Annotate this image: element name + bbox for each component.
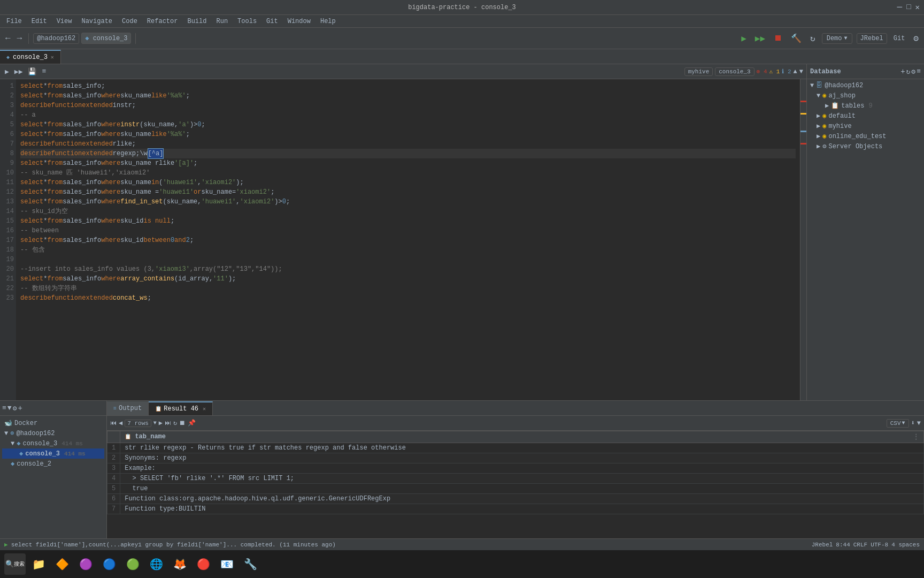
taskbar-app3[interactable]: 🔵 bbox=[98, 553, 120, 575]
db-add-btn[interactable]: + bbox=[900, 67, 905, 76]
result-tab-result46[interactable]: 📋 Result 46 ✕ bbox=[149, 401, 213, 415]
tree-hadoop162[interactable]: ▼ ⊛ @hadoop162 bbox=[2, 428, 104, 438]
error-count: ⊗ 4 bbox=[757, 68, 767, 75]
maximize-button[interactable]: □ bbox=[906, 3, 911, 12]
db-online-edu[interactable]: ▶ ◉ online_edu_test bbox=[808, 131, 923, 141]
menu-window[interactable]: Window bbox=[283, 17, 315, 26]
toolbar-jrebel[interactable]: JRebel bbox=[857, 33, 887, 44]
editor-run-all-btn[interactable]: ▶▶ bbox=[13, 67, 25, 77]
code-content[interactable]: select * from sales_info; select * from … bbox=[16, 79, 800, 400]
tree-settings-btn[interactable]: ⚙ bbox=[13, 404, 17, 413]
db-server-objects[interactable]: ▶ ⚙ Server Objects bbox=[808, 141, 923, 151]
minimize-button[interactable]: ─ bbox=[897, 3, 903, 12]
taskbar-app5[interactable]: 🌐 bbox=[145, 553, 167, 575]
scroll-up-btn[interactable]: ▲ bbox=[794, 68, 797, 75]
file-tab[interactable]: ◆ console_3 bbox=[81, 33, 131, 44]
db-layout-btn[interactable]: ≡ bbox=[917, 67, 921, 76]
db-connection[interactable]: ▼ 🗄 @hadoop162 bbox=[808, 80, 923, 90]
result-download-btn[interactable]: ⬇ bbox=[911, 419, 915, 427]
demo-dropdown[interactable]: Demo ▼ bbox=[822, 33, 852, 44]
menu-edit[interactable]: Edit bbox=[27, 17, 51, 26]
status-indent[interactable]: 4 spaces bbox=[891, 542, 920, 548]
menu-file[interactable]: File bbox=[2, 17, 26, 26]
db-myhive[interactable]: ▶ ◉ myhive bbox=[808, 121, 923, 131]
db-ajshop[interactable]: ▼ ◉ aj_shop bbox=[808, 90, 923, 101]
result46-tab-close[interactable]: ✕ bbox=[203, 406, 206, 412]
menu-navigate[interactable]: Navigate bbox=[77, 17, 117, 26]
status-run-icon: ▶ bbox=[4, 541, 8, 548]
menu-run[interactable]: Run bbox=[212, 17, 232, 26]
result-last-btn[interactable]: ⏭ bbox=[165, 419, 171, 427]
result-first-btn[interactable]: ⏮ bbox=[110, 419, 117, 427]
table-row: 1 str rlike regexp - Returns true if str… bbox=[107, 443, 924, 453]
tree-console2[interactable]: ◆ console_2 bbox=[2, 459, 104, 469]
tree-add-btn[interactable]: + bbox=[18, 404, 22, 413]
tree-filter-btn[interactable]: ▼ bbox=[7, 404, 12, 412]
editor-run-btn[interactable]: ▶ bbox=[3, 67, 11, 77]
result-refresh-btn[interactable]: ↻ bbox=[173, 419, 177, 427]
toolbar-debug-icon[interactable]: ▶▶ bbox=[753, 32, 767, 45]
toolbar-run-icon[interactable]: ▶ bbox=[739, 32, 749, 45]
forward-button[interactable]: → bbox=[15, 33, 25, 44]
taskbar-app4[interactable]: 🟢 bbox=[122, 553, 143, 575]
taskbar-app2[interactable]: 🟣 bbox=[75, 553, 96, 575]
tree-panel: ≡ ▼ ⚙ + 🐋 Docker ▼ ⊛ @hadoop162 ▼ ◆ cons… bbox=[0, 401, 107, 550]
result-pin-btn[interactable]: 📌 bbox=[188, 419, 196, 427]
scroll-down-btn[interactable]: ▼ bbox=[799, 68, 803, 75]
result-filter-btn[interactable]: ▼ bbox=[917, 420, 921, 427]
menu-help[interactable]: Help bbox=[316, 17, 340, 26]
status-crlf[interactable]: CRLF bbox=[853, 542, 867, 548]
result-stop-btn[interactable]: ⏹ bbox=[179, 419, 186, 427]
taskbar-app1[interactable]: 🔶 bbox=[51, 553, 73, 575]
code-line-5: select * from sales_info where instr(sku… bbox=[20, 120, 796, 130]
taskbar-app7[interactable]: 🔴 bbox=[192, 553, 214, 575]
project-selector[interactable]: @hadoop162 bbox=[33, 33, 79, 44]
menu-build[interactable]: Build bbox=[183, 17, 211, 26]
code-line-21: select * from sales_info where array_con… bbox=[20, 274, 796, 284]
close-button[interactable]: ✕ bbox=[915, 3, 920, 12]
code-line-17: select * from sales_info where sku_id be… bbox=[20, 235, 796, 245]
output-tab-label: Output bbox=[119, 405, 142, 412]
row-data-7: Function type:BUILTIN bbox=[120, 504, 924, 514]
tree-console3-parent[interactable]: ▼ ◆ console_3 414 ms bbox=[2, 438, 104, 448]
status-encoding[interactable]: UTF-8 bbox=[871, 542, 888, 548]
back-button[interactable]: ← bbox=[3, 33, 13, 44]
taskbar-app9[interactable]: 🔧 bbox=[240, 553, 261, 575]
status-position[interactable]: 8:44 bbox=[836, 542, 850, 548]
tree-console3-child[interactable]: ◆ console_3 414 ms bbox=[2, 448, 104, 459]
taskbar-app8[interactable]: 📧 bbox=[216, 553, 237, 575]
toolbar-build-icon[interactable]: 🔨 bbox=[789, 32, 804, 45]
menu-tools[interactable]: Tools bbox=[233, 17, 261, 26]
editor-format-btn[interactable]: ≡ bbox=[40, 67, 48, 76]
result-next-btn[interactable]: ▶ bbox=[159, 419, 163, 427]
editor-tab-close[interactable]: ✕ bbox=[51, 54, 54, 60]
editor-tab-console3[interactable]: ◆ console_3 ✕ bbox=[0, 50, 61, 64]
db-tables[interactable]: ▶ 📋 tables 9 bbox=[808, 101, 923, 111]
db-panel-title: Database bbox=[810, 68, 841, 75]
menu-refactor[interactable]: Refactor bbox=[143, 17, 182, 26]
db-refresh-btn[interactable]: ↻ bbox=[906, 67, 911, 76]
toolbar-stop-icon[interactable]: ⏹ bbox=[772, 32, 784, 44]
result-prev-btn[interactable]: ◀ bbox=[119, 419, 122, 427]
menu-view[interactable]: View bbox=[52, 17, 76, 26]
taskbar-files[interactable]: 📁 bbox=[28, 553, 49, 575]
taskbar-search[interactable]: 🔍 搜索 bbox=[4, 553, 26, 575]
editor-save-btn[interactable]: 💾 bbox=[26, 67, 38, 77]
menu-code[interactable]: Code bbox=[118, 17, 142, 26]
result-rows-dropdown[interactable]: ▼ bbox=[153, 420, 157, 426]
db-settings-btn[interactable]: ⚙ bbox=[911, 67, 915, 76]
toolbar-refresh-icon[interactable]: ↻ bbox=[808, 32, 818, 45]
toolbar-git[interactable]: Git bbox=[891, 34, 907, 43]
result-csv-dropdown[interactable]: CSV ▼ bbox=[887, 419, 909, 428]
csv-label: CSV bbox=[890, 420, 901, 427]
result-tab-output[interactable]: ≡ Output bbox=[107, 401, 149, 415]
tree-docker[interactable]: 🐋 Docker bbox=[2, 418, 104, 428]
app7-icon: 🔴 bbox=[197, 558, 210, 571]
tree-sort-btn[interactable]: ≡ bbox=[2, 404, 6, 412]
menu-git[interactable]: Git bbox=[262, 17, 282, 26]
taskbar-app6[interactable]: 🦊 bbox=[169, 553, 190, 575]
toolbar-settings-icon[interactable]: ⚙ bbox=[911, 32, 921, 45]
col-menu-icon[interactable]: ⋮ bbox=[913, 433, 919, 441]
code-editor[interactable]: 12345 678910 1112131415 1617181920 21222… bbox=[0, 79, 806, 400]
db-default[interactable]: ▶ ◉ default bbox=[808, 111, 923, 121]
